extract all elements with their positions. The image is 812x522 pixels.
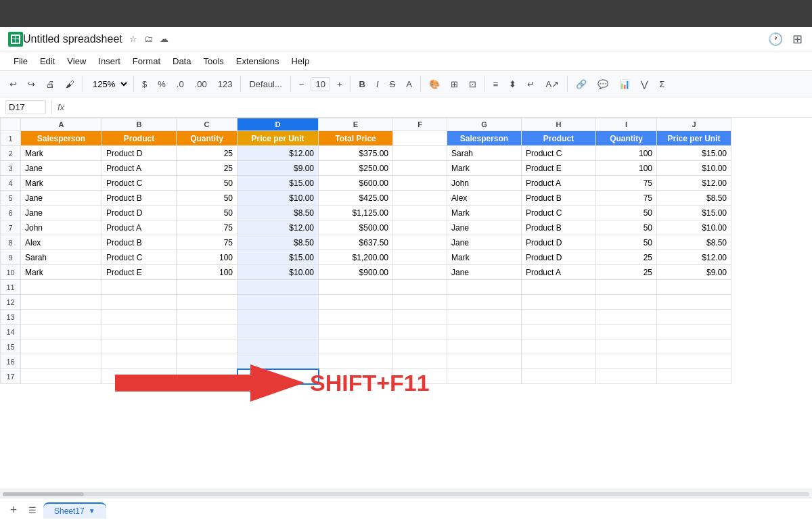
- cell-e14[interactable]: [319, 325, 393, 339]
- cell-e1[interactable]: Total Price: [319, 131, 393, 146]
- cell-d11[interactable]: [238, 280, 319, 295]
- percent-icon[interactable]: %: [154, 76, 170, 92]
- cell-g12[interactable]: [447, 295, 522, 310]
- cell-e6[interactable]: $1,125.00: [319, 206, 393, 220]
- cell-d14[interactable]: [238, 325, 319, 339]
- cell-h12[interactable]: [522, 295, 596, 310]
- history-icon[interactable]: 🕐: [767, 30, 784, 48]
- cell-j14[interactable]: [657, 325, 731, 339]
- cell-reference[interactable]: [5, 100, 46, 114]
- cell-f3[interactable]: [393, 161, 447, 176]
- cell-b8[interactable]: Product B: [102, 235, 177, 250]
- cell-h1[interactable]: Product: [522, 131, 596, 146]
- menu-view[interactable]: View: [62, 54, 91, 68]
- cell-h3[interactable]: Product E: [522, 161, 596, 176]
- redo-icon[interactable]: ↪: [24, 76, 39, 92]
- cell-i8[interactable]: 50: [596, 235, 657, 250]
- cell-e9[interactable]: $1,200.00: [319, 250, 393, 265]
- comment-icon[interactable]: 💬: [593, 76, 612, 92]
- cell-c8[interactable]: 75: [177, 235, 238, 250]
- cell-f13[interactable]: [393, 310, 447, 325]
- cell-i4[interactable]: 75: [596, 176, 657, 191]
- cell-h2[interactable]: Product C: [522, 146, 596, 161]
- cell-d9[interactable]: $15.00: [238, 250, 319, 265]
- cell-f8[interactable]: [393, 235, 447, 250]
- sheet-menu-button[interactable]: ☰: [24, 502, 41, 519]
- cell-f4[interactable]: [393, 176, 447, 191]
- cell-e16[interactable]: [319, 354, 393, 369]
- cell-b17[interactable]: [102, 369, 177, 384]
- cell-d15[interactable]: [238, 339, 319, 354]
- zoom-selector[interactable]: 125% 100% 75%: [87, 77, 129, 91]
- spreadsheet-title[interactable]: Untitled spreadsheet: [23, 33, 122, 45]
- cell-e5[interactable]: $425.00: [319, 191, 393, 206]
- cell-f12[interactable]: [393, 295, 447, 310]
- cell-h17[interactable]: [522, 369, 596, 384]
- cell-a3[interactable]: Jane: [21, 161, 102, 176]
- cell-h8[interactable]: Product D: [522, 235, 596, 250]
- cell-e3[interactable]: $250.00: [319, 161, 393, 176]
- cell-a13[interactable]: [21, 310, 102, 325]
- cell-i6[interactable]: 50: [596, 206, 657, 220]
- col-header-c[interactable]: C: [177, 118, 238, 131]
- cell-b1[interactable]: Product: [102, 131, 177, 146]
- cell-j15[interactable]: [657, 339, 731, 354]
- cell-c3[interactable]: 25: [177, 161, 238, 176]
- formula-input[interactable]: [70, 102, 807, 112]
- col-header-a[interactable]: A: [21, 118, 102, 131]
- cell-g13[interactable]: [447, 310, 522, 325]
- cell-g3[interactable]: Mark: [447, 161, 522, 176]
- cell-e12[interactable]: [319, 295, 393, 310]
- cell-d5[interactable]: $10.00: [238, 191, 319, 206]
- print-icon[interactable]: 🖨: [42, 76, 59, 92]
- cell-b7[interactable]: Product A: [102, 220, 177, 235]
- borders-icon[interactable]: ⊞: [447, 76, 462, 92]
- cell-a4[interactable]: Mark: [21, 176, 102, 191]
- cell-j8[interactable]: $8.50: [657, 235, 731, 250]
- number-format-icon[interactable]: 123: [214, 76, 237, 92]
- cell-j1[interactable]: Price per Unit: [657, 131, 731, 146]
- menu-data[interactable]: Data: [167, 54, 196, 68]
- menu-tools[interactable]: Tools: [198, 54, 229, 68]
- cell-g17[interactable]: [447, 369, 522, 384]
- menu-help[interactable]: Help: [286, 54, 315, 68]
- cell-h14[interactable]: [522, 325, 596, 339]
- h-align-icon[interactable]: ≡: [489, 76, 503, 92]
- cell-h13[interactable]: [522, 310, 596, 325]
- cell-h5[interactable]: Product B: [522, 191, 596, 206]
- cell-a5[interactable]: Jane: [21, 191, 102, 206]
- cell-e10[interactable]: $900.00: [319, 265, 393, 280]
- cell-g4[interactable]: John: [447, 176, 522, 191]
- cell-e7[interactable]: $500.00: [319, 220, 393, 235]
- cell-b15[interactable]: [102, 339, 177, 354]
- chart-icon[interactable]: 📊: [615, 76, 634, 92]
- menu-format[interactable]: Format: [127, 54, 166, 68]
- strikethrough-icon[interactable]: S: [386, 76, 400, 92]
- cell-d12[interactable]: [238, 295, 319, 310]
- cell-j12[interactable]: [657, 295, 731, 310]
- cell-g16[interactable]: [447, 354, 522, 369]
- cell-j13[interactable]: [657, 310, 731, 325]
- cell-f2[interactable]: [393, 146, 447, 161]
- cell-j7[interactable]: $10.00: [657, 220, 731, 235]
- col-header-b[interactable]: B: [102, 118, 177, 131]
- v-align-icon[interactable]: ⬍: [505, 76, 520, 92]
- cell-h4[interactable]: Product A: [522, 176, 596, 191]
- cell-c10[interactable]: 100: [177, 265, 238, 280]
- cell-i11[interactable]: [596, 280, 657, 295]
- cell-f14[interactable]: [393, 325, 447, 339]
- cell-a9[interactable]: Sarah: [21, 250, 102, 265]
- cell-h7[interactable]: Product B: [522, 220, 596, 235]
- cell-i3[interactable]: 100: [596, 161, 657, 176]
- cell-i2[interactable]: 100: [596, 146, 657, 161]
- cloud-icon[interactable]: ☁: [158, 32, 170, 45]
- cell-c11[interactable]: [177, 280, 238, 295]
- star-icon[interactable]: ☆: [128, 32, 139, 45]
- cell-c1[interactable]: Quantity: [177, 131, 238, 146]
- col-header-h[interactable]: H: [522, 118, 596, 131]
- increase-decimal-icon[interactable]: .00: [191, 76, 211, 92]
- cell-c9[interactable]: 100: [177, 250, 238, 265]
- cell-c4[interactable]: 50: [177, 176, 238, 191]
- cell-i16[interactable]: [596, 354, 657, 369]
- cell-i13[interactable]: [596, 310, 657, 325]
